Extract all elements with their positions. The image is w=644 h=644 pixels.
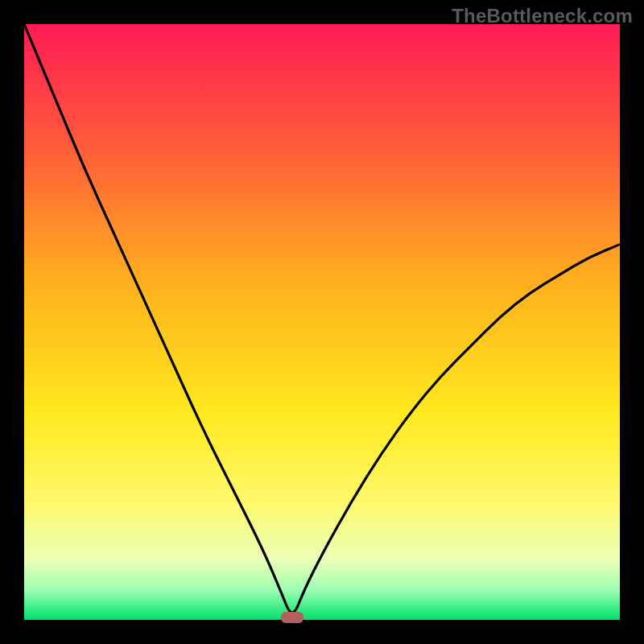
chart-background [24, 24, 620, 620]
chart-container: TheBottleneck.com [0, 0, 644, 644]
watermark-text: TheBottleneck.com [452, 5, 633, 27]
vertex-marker [281, 612, 303, 623]
bottleneck-chart [0, 0, 644, 644]
